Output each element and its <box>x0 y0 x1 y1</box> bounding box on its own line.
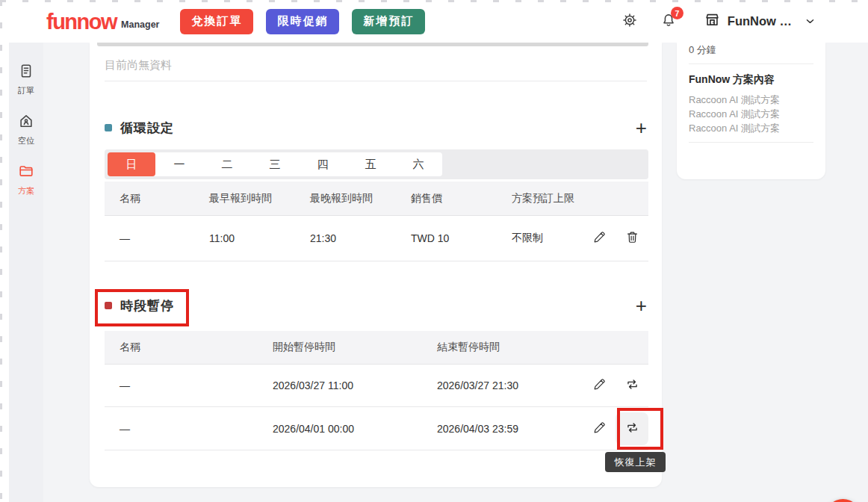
chevron-down-icon <box>805 16 816 27</box>
cell-pause-end: 2026/04/03 23:59 <box>437 423 583 435</box>
top-header: funnow Manager 兌換訂單 限時促銷 新增預訂 7 <box>0 0 868 43</box>
sidebar-item-label: 空位 <box>18 135 34 146</box>
tab-monday[interactable]: 一 <box>155 152 203 176</box>
ruler-ticks-top <box>0 0 868 2</box>
cell-earliest-checkin: 11:00 <box>209 232 310 244</box>
plan-item: Raccoon AI 測試方案 <box>689 121 818 135</box>
tab-sunday[interactable]: 日 <box>108 152 155 176</box>
column-header: 方案預訂上限 <box>512 192 583 205</box>
content-area: 訂單 空位 方案 目前尚無資料 <box>0 43 868 502</box>
sidebar-item-label: 方案 <box>18 185 34 196</box>
logo-manager-label: Manager <box>121 19 159 31</box>
plan-settings-card: 目前尚無資料 循環設定 + 日 一 二 三 四 五 六 名稱 最早報到時間 最晚… <box>90 43 662 487</box>
cell-pause-start: 2026/03/27 11:00 <box>273 379 437 391</box>
divider <box>689 63 813 64</box>
section-bullet <box>105 124 112 131</box>
divider <box>689 142 813 143</box>
cycle-settings-section-header: 循環設定 + <box>105 117 647 138</box>
account-name: FunNow … <box>728 14 792 28</box>
edit-button[interactable] <box>583 222 616 255</box>
pause-section-header: 時段暫停 + <box>105 295 647 316</box>
column-header: 最早報到時間 <box>209 192 310 205</box>
sidebar-nav: 訂單 空位 方案 <box>9 43 43 502</box>
column-header: 銷售價 <box>411 192 512 205</box>
pause-table-row: — 2026/04/01 00:00 2026/04/03 23:59 <box>105 407 648 450</box>
ruler-ticks-left <box>0 0 2 502</box>
header-right: 7 FunNow … <box>621 11 868 31</box>
restore-listing-button-hovered[interactable] <box>616 412 648 445</box>
cell-price: TWD 10 <box>411 232 512 244</box>
cycle-table-header: 名稱 最早報到時間 最晚報到時間 銷售價 方案預訂上限 <box>105 182 648 216</box>
weekday-tab-bar: 日 一 二 三 四 五 六 <box>105 149 648 179</box>
section-bullet <box>105 302 112 309</box>
pencil-icon <box>592 421 607 437</box>
delete-button[interactable] <box>616 222 648 255</box>
sidebar-item-plans[interactable]: 方案 <box>9 162 43 199</box>
restore-listing-tooltip: 恢復上架 <box>605 452 666 472</box>
notifications-button[interactable]: 7 <box>660 12 677 31</box>
store-icon <box>704 11 721 31</box>
column-header: 最晚報到時間 <box>310 192 411 205</box>
cell-latest-checkin: 21:30 <box>310 232 411 244</box>
notification-badge: 7 <box>671 7 683 19</box>
cell-pause-start: 2026/04/01 00:00 <box>273 423 437 435</box>
empty-state-text: 目前尚無資料 <box>105 58 172 72</box>
plan-summary-panel: 0 分鐘 FunNow 方案內容 Raccoon AI 測試方案 Raccoon… <box>677 43 825 179</box>
folder-icon <box>18 163 34 182</box>
plan-item: Raccoon AI 測試方案 <box>689 93 818 107</box>
house-person-icon <box>18 113 34 132</box>
column-header: 開始暫停時間 <box>273 341 437 354</box>
sidebar-item-label: 訂單 <box>18 85 34 96</box>
cell-booking-limit: 不限制 <box>512 232 583 245</box>
redeem-order-button[interactable]: 兌換訂單 <box>180 9 253 34</box>
flash-sale-button[interactable]: 限時促銷 <box>266 9 339 34</box>
chat-support-button[interactable] <box>825 499 861 502</box>
plan-content-title: FunNow 方案內容 <box>689 73 775 87</box>
logo-text: funnow <box>46 12 117 31</box>
add-pause-button[interactable]: + <box>636 297 647 314</box>
add-booking-button[interactable]: 新增預訂 <box>352 9 425 34</box>
cell-pause-end: 2026/03/27 21:30 <box>437 379 583 391</box>
account-switcher[interactable]: FunNow … <box>704 11 816 31</box>
plan-item-list: Raccoon AI 測試方案 Raccoon AI 測試方案 Raccoon … <box>689 93 818 135</box>
document-icon <box>18 63 34 82</box>
cell-name: — <box>120 232 209 244</box>
duration-text: 0 分鐘 <box>689 43 716 57</box>
pause-table-row: — 2026/03/27 11:00 2026/03/27 21:30 <box>105 365 648 407</box>
swap-arrows-icon <box>625 377 639 394</box>
add-cycle-button[interactable]: + <box>636 120 647 136</box>
column-header: 名稱 <box>120 341 273 354</box>
cell-name: — <box>120 423 273 435</box>
scrolled-element-edge <box>97 43 648 46</box>
column-header: 名稱 <box>120 192 209 205</box>
settings-button[interactable] <box>621 12 638 31</box>
sidebar-item-orders[interactable]: 訂單 <box>9 62 43 99</box>
pencil-icon <box>592 230 607 247</box>
pencil-icon <box>592 377 607 394</box>
header-actions: 兌換訂單 限時促銷 新增預訂 <box>180 9 425 34</box>
tab-saturday[interactable]: 六 <box>394 152 442 176</box>
weekday-tabs: 日 一 二 三 四 五 六 <box>108 152 442 176</box>
pause-table-header: 名稱 開始暫停時間 結束暫停時間 <box>105 331 648 365</box>
funnow-logo[interactable]: funnow Manager <box>46 12 159 31</box>
restore-listing-button[interactable] <box>616 369 648 402</box>
divider <box>105 81 647 81</box>
tab-tuesday[interactable]: 二 <box>203 152 251 176</box>
column-header: 結束暫停時間 <box>437 341 583 354</box>
cell-name: — <box>120 379 273 391</box>
section-title: 時段暫停 <box>120 297 174 314</box>
section-title: 循環設定 <box>120 120 174 137</box>
tab-thursday[interactable]: 四 <box>299 152 347 176</box>
sidebar-item-vacancy[interactable]: 空位 <box>9 112 43 149</box>
gear-icon <box>621 12 638 31</box>
edit-button[interactable] <box>583 412 616 445</box>
plan-item: Raccoon AI 測試方案 <box>689 107 818 121</box>
cycle-table-row: — 11:00 21:30 TWD 10 不限制 <box>105 216 648 261</box>
tab-wednesday[interactable]: 三 <box>251 152 299 176</box>
trash-icon <box>625 230 639 247</box>
swap-arrows-icon <box>625 421 639 437</box>
tab-friday[interactable]: 五 <box>347 152 394 176</box>
edit-button[interactable] <box>583 369 616 402</box>
